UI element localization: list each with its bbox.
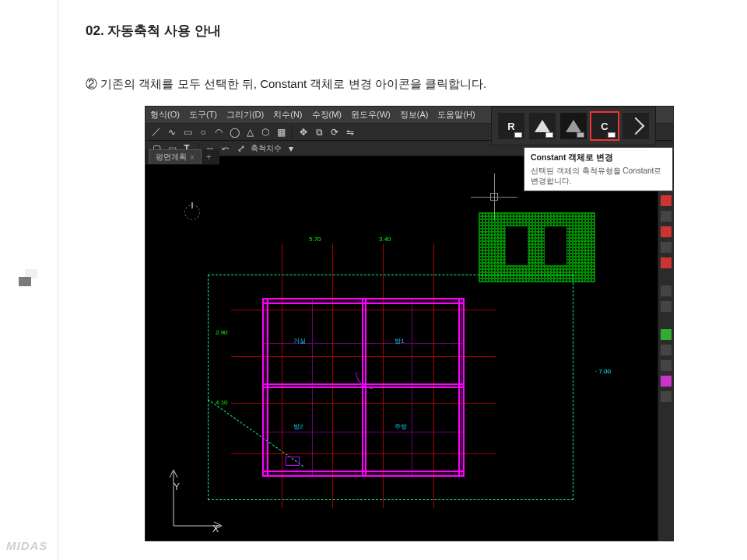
rtool-3-icon[interactable] bbox=[661, 195, 672, 206]
mirror-icon[interactable]: ⇋ bbox=[344, 126, 356, 138]
midas-logo: MIDAS bbox=[6, 539, 47, 552]
floorplan: 거실 방1 방2 주방 bbox=[262, 298, 465, 477]
circle-icon[interactable]: ○ bbox=[197, 126, 209, 138]
instruction-text: ② 기존의 객체를 모두 선택한 뒤, Constant 객체로 변경 아이콘을… bbox=[86, 77, 731, 92]
constant-tooltip: Constant 객체로 변경 선택된 객체의 축척유형을 Constant로 … bbox=[524, 147, 673, 191]
hex-icon[interactable]: ⬡ bbox=[259, 126, 272, 138]
tooltip-title: Constant 객체로 변경 bbox=[531, 152, 666, 163]
room-3-label: 방2 bbox=[293, 422, 303, 431]
tab-add-icon[interactable]: + bbox=[202, 152, 216, 163]
rtool-7-icon[interactable] bbox=[661, 257, 672, 268]
scaletype-tri2-icon[interactable] bbox=[560, 113, 587, 139]
menu-format[interactable]: 형식(O) bbox=[146, 109, 184, 121]
menu-help[interactable]: 도움말(H) bbox=[433, 109, 479, 121]
fill-icon[interactable]: ▦ bbox=[275, 126, 287, 138]
rtool-12-icon[interactable] bbox=[661, 360, 672, 371]
coord-readout: · 7.00 bbox=[595, 368, 611, 375]
scaletype-constant-icon[interactable]: C bbox=[591, 113, 618, 139]
dim-2: 3.40 bbox=[379, 236, 391, 243]
right-tool-palette bbox=[658, 147, 673, 541]
dim-4: 4.10 bbox=[216, 399, 228, 406]
cad-canvas[interactable]: 거실 방1 방2 주방 5.70 3.40 2.90 4.10 · 7.00 bbox=[146, 166, 658, 541]
rtool-13-icon[interactable] bbox=[661, 376, 672, 387]
room-2-label: 방1 bbox=[395, 337, 404, 345]
rtool-11-icon[interactable] bbox=[661, 345, 672, 355]
cad-screenshot: 형식(O) 도구(T) 그리기(D) 치수(N) 수정(M) 윈도우(W) 정보… bbox=[145, 106, 674, 541]
triangle-icon[interactable]: △ bbox=[244, 126, 256, 138]
section-inset bbox=[479, 212, 595, 282]
rtool-8-icon[interactable] bbox=[661, 285, 672, 296]
north-indicator bbox=[184, 205, 200, 220]
fixture-wc bbox=[286, 457, 300, 466]
scaletype-iconstrip: R C bbox=[491, 107, 656, 145]
rtool-10-icon[interactable] bbox=[661, 329, 672, 340]
menu-modify[interactable]: 수정(M) bbox=[307, 109, 347, 121]
rect-icon[interactable]: ▭ bbox=[181, 126, 194, 138]
menu-info[interactable]: 정보(A) bbox=[395, 109, 433, 121]
document-tabbar: 평면계획 × + bbox=[146, 149, 219, 165]
side-thumb-decor bbox=[19, 269, 37, 286]
line-icon[interactable]: ／ bbox=[150, 126, 163, 138]
scaletype-r-icon[interactable]: R bbox=[498, 113, 524, 139]
rtool-6-icon[interactable] bbox=[661, 242, 672, 253]
ucs-axes: Y X bbox=[158, 464, 228, 536]
room-4-label: 주방 bbox=[395, 422, 407, 431]
menu-window[interactable]: 윈도우(W) bbox=[346, 109, 395, 121]
scale-dim-label: 축척치수 bbox=[251, 143, 282, 154]
arc-icon[interactable]: ◠ bbox=[212, 126, 225, 138]
page-title: 02. 자동축척 사용 안내 bbox=[86, 22, 731, 40]
axis-x-label: X bbox=[212, 523, 219, 534]
dim-scale-icon[interactable]: ⤢ bbox=[235, 142, 247, 155]
tab-floorplan[interactable]: 평면계획 × bbox=[149, 149, 202, 164]
copy-icon[interactable]: ⧉ bbox=[313, 126, 325, 138]
axis-y-label: Y bbox=[174, 481, 180, 492]
rotate-icon[interactable]: ⟳ bbox=[328, 126, 341, 138]
rtool-14-icon[interactable] bbox=[661, 391, 672, 402]
rtool-4-icon[interactable] bbox=[661, 211, 672, 222]
menu-draw[interactable]: 그리기(D) bbox=[222, 109, 268, 121]
scaletype-tri1-icon[interactable] bbox=[529, 113, 556, 139]
menu-dim[interactable]: 치수(N) bbox=[268, 109, 307, 121]
move-icon[interactable]: ✥ bbox=[297, 126, 310, 138]
dim-arc-icon[interactable]: ⤺ bbox=[219, 142, 232, 155]
room-1-label: 거실 bbox=[293, 337, 306, 345]
tooltip-body: 선택된 객체의 축척유형을 Constant로 변경합니다. bbox=[531, 166, 666, 186]
vertical-rule bbox=[58, 0, 58, 560]
ellipse-icon[interactable]: ◯ bbox=[228, 126, 240, 138]
rtool-9-icon[interactable] bbox=[661, 301, 672, 312]
dim-3: 2.90 bbox=[216, 329, 228, 336]
polyline-icon[interactable]: ∿ bbox=[166, 126, 178, 138]
tab-label: 평면계획 bbox=[156, 152, 187, 163]
menu-tool[interactable]: 도구(T) bbox=[184, 109, 222, 121]
tab-close-icon[interactable]: × bbox=[190, 153, 195, 162]
dropdown-icon[interactable]: ▾ bbox=[285, 142, 297, 155]
scaletype-expand-icon[interactable] bbox=[622, 113, 649, 139]
rtool-5-icon[interactable] bbox=[661, 226, 672, 237]
dim-1: 5.70 bbox=[309, 236, 321, 243]
